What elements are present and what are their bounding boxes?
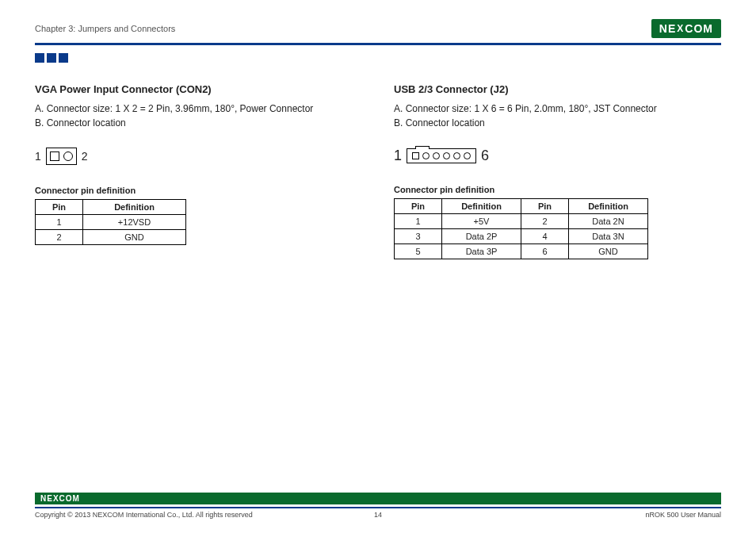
page-number: 14 [374, 511, 382, 519]
th-pin: Pin [521, 199, 569, 214]
j2-pin6-label: 6 [481, 148, 489, 164]
footer-logo: NEXCOM [35, 493, 721, 504]
j2-spec-b: B. Connector location [394, 116, 721, 130]
j2-pin1-label: 1 [394, 148, 402, 164]
copyright-text: Copyright © 2013 NEXCOM International Co… [35, 511, 253, 519]
table-row: 1+12VSD [36, 215, 186, 230]
footer-rule [35, 507, 721, 508]
table-row: 1+5V2Data 2N [395, 214, 648, 229]
j2-pin-icon [443, 152, 450, 159]
j2-diagram: 1 6 [394, 148, 721, 164]
th-def: Definition [442, 199, 521, 214]
j2-pin-icon [453, 152, 460, 159]
con2-spec-b: B. Connector location [35, 116, 362, 130]
table-row: 3Data 2P4Data 3N [395, 229, 648, 244]
j2-table-title: Connector pin definition [394, 185, 721, 194]
j2-title: USB 2/3 Connector (J2) [394, 83, 721, 95]
j2-pin-icon [433, 152, 440, 159]
con2-title: VGA Power Input Connector (CON2) [35, 83, 362, 95]
manual-name: nROK 500 User Manual [645, 511, 721, 519]
th-def: Definition [83, 200, 186, 215]
con2-pin2-icon [63, 151, 73, 161]
header-rule [35, 43, 721, 45]
con2-spec-a: A. Connector size: 1 X 2 = 2 Pin, 3.96mm… [35, 102, 362, 116]
right-column: USB 2/3 Connector (J2) A. Connector size… [394, 83, 721, 259]
left-column: VGA Power Input Connector (CON2) A. Conn… [35, 83, 362, 259]
con2-table-title: Connector pin definition [35, 186, 362, 195]
logo-x: X [677, 23, 684, 34]
con2-pin1-icon [50, 151, 59, 161]
j2-pin-icon [422, 152, 430, 159]
j2-pin1-icon [412, 152, 419, 159]
decoration-squares [35, 53, 721, 63]
th-def: Definition [569, 199, 648, 214]
j2-table: Pin Definition Pin Definition 1+5V2Data … [394, 198, 648, 259]
logo-part2: COM [685, 22, 713, 35]
table-row: 5Data 3P6GND [395, 244, 648, 259]
table-row: 2GND [36, 230, 186, 245]
con2-table: PinDefinition 1+12VSD 2GND [35, 199, 186, 245]
con2-pin1-label: 1 [35, 150, 41, 163]
con2-diagram: 1 2 [35, 148, 362, 165]
j2-pin-icon [464, 152, 471, 159]
th-pin: Pin [395, 199, 442, 214]
th-pin: Pin [36, 200, 83, 215]
con2-pin2-label: 2 [82, 150, 88, 163]
chapter-title: Chapter 3: Jumpers and Connectors [35, 24, 175, 33]
j2-spec-a: A. Connector size: 1 X 6 = 6 Pin, 2.0mm,… [394, 102, 721, 116]
logo-part1: NE [659, 22, 676, 35]
brand-logo: NEXCOM [651, 19, 721, 38]
